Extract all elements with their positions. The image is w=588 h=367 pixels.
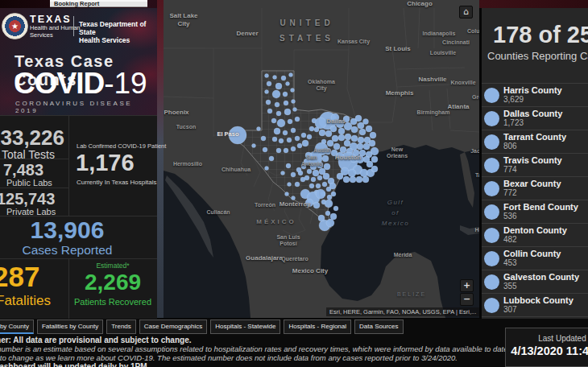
county-list-item[interactable]: Denton County 482 xyxy=(482,223,588,246)
dashboard-tab[interactable]: Cases by County xyxy=(0,320,34,334)
covid-title: COVID-19 xyxy=(14,69,147,98)
divider xyxy=(0,258,157,259)
county-name: Collin County xyxy=(503,249,561,258)
dashboard-tab[interactable]: Hospitals - Regional xyxy=(284,320,351,334)
county-texts: Denton County 482 xyxy=(503,225,567,245)
county-texts: Tarrant County 806 xyxy=(503,132,566,151)
recovered-label: Patients Recovered xyxy=(68,297,157,307)
county-count: 3,629 xyxy=(503,95,562,105)
divider xyxy=(0,115,157,116)
dashboard-tab[interactable]: Data Sources xyxy=(354,320,403,334)
divider xyxy=(73,16,74,36)
county-count: 355 xyxy=(503,282,579,291)
county-texts: Collin County 453 xyxy=(503,249,561,268)
last-updated-label: Last Updated xyxy=(506,334,588,343)
map-zoom-in-button[interactable]: + xyxy=(460,279,474,292)
fatalities-value: 287 xyxy=(0,261,39,293)
county-list-item[interactable]: Fort Bend County 536 xyxy=(482,200,588,223)
summary-panel: ★ TEXAS Health and Human Services Texas … xyxy=(0,8,157,319)
dashboard-tab[interactable]: Case Demographics xyxy=(139,320,207,334)
divider xyxy=(68,115,69,216)
counties-reporting-count: 178 of 254 xyxy=(493,22,588,48)
county-list-item[interactable]: Collin County 453 xyxy=(482,246,588,270)
tab-bar: Cases by County Fatalities by County Tre… xyxy=(0,320,404,334)
county-list-item[interactable]: Bexar County 772 xyxy=(482,176,588,200)
disclaimer-line-4: Dashboard will be updated daily by 1PM xyxy=(0,362,147,367)
covid-subtitle: CORONAVIRUS DISEASE 2019 xyxy=(15,100,157,114)
cases-reported-label: Cases Reported xyxy=(0,243,146,258)
county-count: 482 xyxy=(503,235,567,245)
hospitalized-label-bottom: Currently In Texas Hospitals xyxy=(77,179,156,186)
recovered-estimated-note: Estimated* xyxy=(68,262,157,270)
county-name: Harris County xyxy=(503,85,562,95)
public-labs-value: 7,483 xyxy=(3,161,43,179)
county-texts: Fort Bend County 536 xyxy=(503,202,578,221)
county-name: Lubbock County xyxy=(503,295,574,305)
agency-secondary-name: Texas Department of State Health Service… xyxy=(79,20,157,44)
county-name: Bexar County xyxy=(503,179,561,188)
county-name: Denton County xyxy=(503,225,567,235)
counties-reporting-label: Counties Reporting Cases xyxy=(487,50,588,62)
county-bubble-icon xyxy=(484,158,499,173)
counties-panel: 178 of 254 Counties Reporting Cases Harr… xyxy=(482,8,588,319)
county-name: Travis County xyxy=(503,155,562,165)
county-list-item[interactable]: Galveston County 355 xyxy=(482,270,588,293)
county-bubble-icon xyxy=(484,181,499,196)
county-count: 453 xyxy=(503,258,561,268)
background-photo-strip-side xyxy=(157,0,164,318)
county-list-item[interactable]: Travis County 774 xyxy=(482,153,588,176)
county-bubble-icon xyxy=(484,298,499,313)
county-count: 806 xyxy=(503,142,566,151)
hospitalized-value: 1,176 xyxy=(76,150,135,176)
county-list-item[interactable]: Tarrant County 806 xyxy=(482,130,588,153)
fatalities-label: Fatalities xyxy=(0,293,51,309)
county-bubble-icon xyxy=(484,134,499,150)
divider xyxy=(0,159,68,159)
county-bubble-icon xyxy=(484,204,499,220)
county-bubble-icon xyxy=(484,88,499,103)
recovered-value: 2,269 xyxy=(68,270,157,295)
covid-title-suffix: -19 xyxy=(104,67,147,100)
hospitalized-label-top: Lab Confirmed COVID-19 Patient xyxy=(77,142,166,150)
panel-header: ★ TEXAS Health and Human Services Texas … xyxy=(0,8,157,115)
county-name: Dallas County xyxy=(503,109,562,118)
county-texts: Bexar County 772 xyxy=(503,179,561,198)
map-zoom-out-button[interactable]: − xyxy=(460,293,474,306)
last-updated-box: Last Updated 4/13/2020 11:45AM xyxy=(505,328,588,367)
last-updated-value: 4/13/2020 11:45AM xyxy=(506,344,588,357)
county-count: 1,723 xyxy=(503,118,562,128)
county-list-item[interactable]: Harris County 3,629 xyxy=(482,83,588,106)
footer-band: Cases by County Fatalities by County Tre… xyxy=(0,319,588,367)
dashboard-tab[interactable]: Hospitals - Statewide xyxy=(210,320,280,334)
county-bubble-icon xyxy=(484,111,499,126)
covid-title-bold: COVID xyxy=(14,67,104,100)
county-list-item[interactable]: Lubbock County 307 xyxy=(482,293,588,316)
map-attribution: Esri, HERE, Garmin, FAO, NOAA, USGS, EPA… xyxy=(326,307,479,316)
county-texts: Harris County 3,629 xyxy=(503,85,562,105)
county-texts: Travis County 774 xyxy=(503,155,562,175)
dashboard-tab[interactable]: Fatalities by County xyxy=(37,320,103,334)
public-labs-label: Public Labs xyxy=(6,178,52,188)
county-name: Tarrant County xyxy=(503,132,566,142)
county-name: Fort Bend County xyxy=(503,202,578,212)
county-bubble-icon xyxy=(484,274,499,290)
county-texts: Dallas County 1,723 xyxy=(503,109,562,128)
total-tests-value: 133,226 xyxy=(0,126,64,151)
agency-name: TEXAS xyxy=(30,14,72,25)
county-list: Harris County 3,629 Dallas County 1,723 xyxy=(482,83,588,319)
county-list-item[interactable]: Dallas County 1,723 xyxy=(482,106,588,130)
disclaimer-line-1: Disclaimer: All data are provisional and… xyxy=(0,336,192,344)
county-bubble-icon xyxy=(484,251,499,266)
map-canvas[interactable]: Salt Lake City Denver UNITED STATES Chic… xyxy=(164,0,479,318)
texas-hhs-seal-logo: ★ xyxy=(2,13,28,39)
booking-report-menu-item[interactable]: Booking Report xyxy=(50,0,147,7)
disclaimer-line-3: subject to change as we learn more about… xyxy=(0,353,458,362)
county-count: 307 xyxy=(503,305,574,315)
county-count: 772 xyxy=(503,188,561,198)
dashboard-tab[interactable]: Trends xyxy=(106,320,136,334)
county-texts: Lubbock County 307 xyxy=(503,295,574,315)
county-name: Galveston County xyxy=(503,272,579,282)
map-home-button[interactable]: ⌂ xyxy=(459,6,473,19)
covid-dashboard-page: Booking Report ★ TEXAS Health and Human … xyxy=(0,0,588,367)
disclaimer-line-2: *This number is an estimate based on sev… xyxy=(0,344,588,353)
